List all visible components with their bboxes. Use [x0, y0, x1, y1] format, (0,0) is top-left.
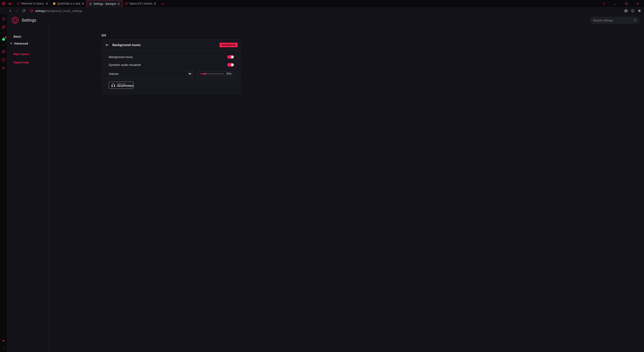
search-settings-input[interactable]	[593, 19, 632, 22]
tab-1[interactable]: Welcome to Opera GX!	[14, 0, 50, 7]
svg-point-23	[30, 10, 33, 12]
back-arrow-button[interactable]	[105, 43, 109, 47]
settings-sidebar: Basic Advanced Rate Opera Opera help	[7, 26, 49, 352]
notification-badge	[5, 36, 6, 38]
sidebar-item-basic[interactable]: Basic	[7, 33, 49, 39]
toggle-background-music[interactable]	[227, 55, 234, 59]
volume-slider[interactable]: 20%	[198, 71, 234, 76]
settings-icon[interactable]	[2, 66, 6, 70]
settings-main-pane: GX Background music FEEDBACK	[49, 26, 644, 352]
new-tab-button[interactable]: +	[160, 1, 166, 7]
row-background-music: Background music	[102, 53, 241, 61]
heart-icon[interactable]	[631, 9, 634, 12]
slider-thumb[interactable]	[204, 73, 206, 75]
tab-3-active[interactable]: Settings - Background musi	[86, 0, 122, 7]
divider	[2, 33, 6, 33]
opera-site-icon	[30, 9, 33, 12]
svg-point-42	[634, 19, 636, 21]
svg-rect-47	[114, 86, 115, 87]
more-icon[interactable]	[2, 346, 6, 350]
title-bar: Welcome to Opera GX! QuickSnip is a simp…	[0, 0, 644, 7]
search-tabs-icon[interactable]	[599, 0, 609, 7]
opera-icon	[17, 2, 20, 5]
svg-point-25	[626, 10, 626, 11]
svg-point-41	[4, 348, 5, 348]
svg-point-5	[17, 2, 19, 4]
svg-point-40	[4, 348, 4, 348]
close-icon[interactable]	[46, 2, 48, 5]
forward-button[interactable]	[15, 8, 19, 13]
svg-line-18	[604, 4, 605, 5]
svg-rect-8	[53, 2, 55, 4]
twitch-icon[interactable]	[2, 25, 6, 29]
search-settings-box[interactable]	[590, 17, 640, 24]
settings-card: Background music FEEDBACK Background mus…	[102, 39, 241, 95]
svg-point-29	[639, 10, 640, 10]
headphones-badge: Better with HEADPHONES	[109, 82, 134, 89]
workspace-icon[interactable]	[2, 338, 6, 342]
close-icon[interactable]	[82, 2, 84, 5]
sidebar-link-rate-opera[interactable]: Rate Opera	[7, 51, 49, 57]
svg-point-37	[3, 67, 4, 68]
settings-logo-icon	[12, 17, 18, 24]
extensions-icon[interactable]	[2, 58, 6, 62]
svg-marker-45	[189, 73, 190, 75]
tab-title: Opera GX | Gaming Browse	[129, 2, 152, 5]
address-field[interactable]: settings/background_music_settings	[28, 9, 622, 12]
tab-title: QuickSnip is a simple scree	[57, 2, 80, 5]
svg-rect-2	[9, 3, 11, 4]
svg-point-0	[2, 2, 5, 5]
search-icon	[634, 19, 636, 22]
mute-button[interactable]	[187, 71, 193, 76]
close-icon[interactable]	[117, 2, 120, 5]
row-label: Background music	[109, 55, 133, 59]
svg-rect-46	[112, 86, 112, 87]
svg-rect-38	[2, 340, 4, 341]
svg-point-39	[2, 348, 3, 348]
gx-control-icon[interactable]	[2, 17, 6, 21]
address-bar: settings/background_music_settings	[0, 7, 644, 14]
row-volume: Volume 20%	[102, 69, 241, 79]
sidebar-item-advanced[interactable]: Advanced	[7, 40, 49, 46]
tab-4[interactable]: Opera GX | Gaming Browse	[122, 0, 158, 7]
tab-2[interactable]: QuickSnip is a simple scree	[50, 0, 86, 7]
svg-line-43	[636, 21, 636, 21]
svg-point-35	[2, 38, 5, 41]
toggle-visualiser[interactable]	[227, 63, 234, 67]
row-label: Dynamic audio visualiser	[109, 63, 141, 67]
sidebar-launcher	[0, 14, 7, 352]
easy-setup-icon[interactable]	[638, 9, 641, 12]
reload-button[interactable]	[22, 8, 26, 13]
svg-point-31	[639, 11, 640, 12]
svg-point-30	[640, 10, 640, 11]
maximize-button[interactable]	[622, 0, 632, 7]
svg-point-17	[603, 3, 604, 4]
divider	[2, 45, 6, 46]
back-button[interactable]	[8, 8, 12, 13]
gx-corner-icon[interactable]	[8, 2, 12, 5]
svg-point-14	[125, 2, 127, 4]
volume-value: 20%	[226, 72, 232, 75]
card-title: Background music	[112, 43, 141, 47]
quicksnip-icon	[53, 2, 56, 5]
feedback-button[interactable]: FEEDBACK	[220, 43, 238, 47]
url-text: settings/background_music_settings	[35, 9, 82, 12]
whatsapp-icon[interactable]	[2, 37, 6, 41]
tab-strip: Welcome to Opera GX! QuickSnip is a simp…	[14, 0, 166, 7]
history-icon[interactable]	[2, 50, 6, 54]
tab-title: Settings - Background musi	[94, 2, 116, 5]
minimize-button[interactable]	[610, 0, 620, 7]
page-header: Settings	[7, 14, 644, 26]
slider-track[interactable]	[200, 73, 224, 74]
svg-rect-24	[625, 10, 627, 12]
tab-title: Welcome to Opera GX!	[21, 2, 44, 5]
section-label-gx: GX	[102, 33, 241, 37]
snapshot-icon[interactable]	[624, 9, 628, 12]
headphones-big-text: HEADPHONES	[117, 85, 134, 87]
chevron-down-icon	[10, 43, 12, 44]
opera-menu-icon[interactable]	[2, 2, 6, 5]
sidebar-link-opera-help[interactable]: Opera help	[7, 59, 49, 65]
svg-point-1	[3, 2, 4, 5]
close-icon[interactable]	[154, 2, 156, 5]
close-window-button[interactable]	[633, 0, 643, 7]
